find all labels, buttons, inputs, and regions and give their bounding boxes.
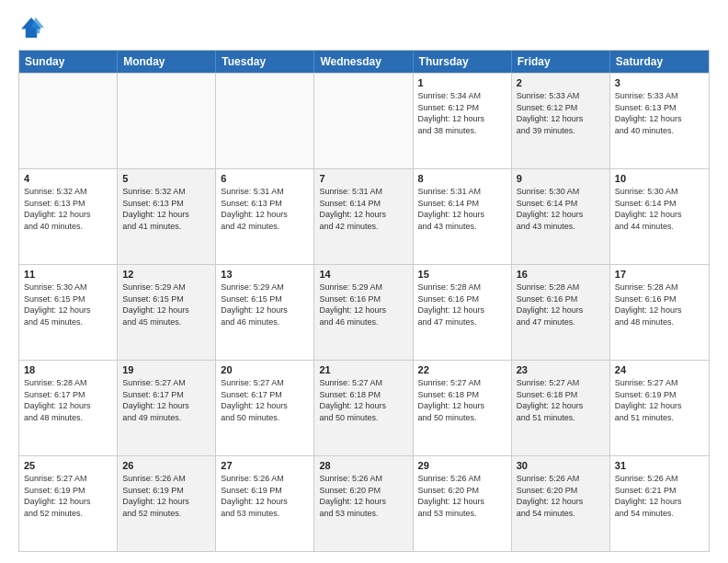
calendar-header-cell: Monday bbox=[118, 51, 216, 73]
day-number: 15 bbox=[418, 269, 506, 280]
day-number: 8 bbox=[418, 173, 506, 184]
day-number: 22 bbox=[418, 364, 506, 375]
day-info: Sunrise: 5:34 AM Sunset: 6:12 PM Dayligh… bbox=[418, 90, 506, 136]
day-info: Sunrise: 5:27 AM Sunset: 6:18 PM Dayligh… bbox=[517, 377, 605, 423]
day-number: 6 bbox=[221, 173, 309, 184]
calendar-header-cell: Saturday bbox=[610, 51, 709, 73]
calendar-cell: 15Sunrise: 5:28 AM Sunset: 6:16 PM Dayli… bbox=[414, 265, 512, 360]
day-number: 1 bbox=[418, 77, 506, 88]
day-info: Sunrise: 5:32 AM Sunset: 6:13 PM Dayligh… bbox=[24, 186, 112, 232]
day-number: 31 bbox=[615, 460, 704, 471]
calendar-cell: 27Sunrise: 5:26 AM Sunset: 6:19 PM Dayli… bbox=[216, 456, 314, 551]
day-number: 9 bbox=[517, 173, 605, 184]
calendar-cell: 5Sunrise: 5:32 AM Sunset: 6:13 PM Daylig… bbox=[118, 169, 216, 264]
day-number: 3 bbox=[615, 77, 704, 88]
calendar-week: 18Sunrise: 5:28 AM Sunset: 6:17 PM Dayli… bbox=[19, 360, 709, 455]
day-number: 27 bbox=[221, 460, 309, 471]
day-number: 10 bbox=[615, 173, 704, 184]
calendar-header-cell: Sunday bbox=[19, 51, 118, 73]
day-info: Sunrise: 5:31 AM Sunset: 6:14 PM Dayligh… bbox=[418, 186, 506, 232]
calendar-cell: 28Sunrise: 5:26 AM Sunset: 6:20 PM Dayli… bbox=[314, 456, 413, 551]
day-info: Sunrise: 5:29 AM Sunset: 6:16 PM Dayligh… bbox=[319, 282, 407, 327]
calendar-cell: 13Sunrise: 5:29 AM Sunset: 6:15 PM Dayli… bbox=[216, 265, 314, 360]
calendar-cell bbox=[314, 74, 413, 168]
day-info: Sunrise: 5:29 AM Sunset: 6:15 PM Dayligh… bbox=[221, 282, 309, 327]
day-info: Sunrise: 5:29 AM Sunset: 6:15 PM Dayligh… bbox=[122, 282, 210, 327]
day-info: Sunrise: 5:28 AM Sunset: 6:16 PM Dayligh… bbox=[517, 282, 605, 327]
day-number: 19 bbox=[122, 364, 210, 375]
calendar-cell: 19Sunrise: 5:27 AM Sunset: 6:17 PM Dayli… bbox=[118, 361, 216, 455]
calendar-cell: 14Sunrise: 5:29 AM Sunset: 6:16 PM Dayli… bbox=[314, 265, 413, 360]
calendar-cell: 6Sunrise: 5:31 AM Sunset: 6:13 PM Daylig… bbox=[216, 169, 314, 264]
day-info: Sunrise: 5:26 AM Sunset: 6:19 PM Dayligh… bbox=[221, 473, 309, 519]
day-number: 30 bbox=[517, 460, 605, 471]
calendar-cell bbox=[19, 74, 118, 168]
day-number: 20 bbox=[221, 364, 309, 375]
day-info: Sunrise: 5:27 AM Sunset: 6:18 PM Dayligh… bbox=[319, 377, 407, 423]
day-number: 23 bbox=[517, 364, 605, 375]
day-info: Sunrise: 5:27 AM Sunset: 6:18 PM Dayligh… bbox=[418, 377, 506, 423]
calendar-cell: 8Sunrise: 5:31 AM Sunset: 6:14 PM Daylig… bbox=[414, 169, 512, 264]
day-number: 14 bbox=[319, 269, 407, 280]
day-info: Sunrise: 5:27 AM Sunset: 6:17 PM Dayligh… bbox=[221, 377, 309, 423]
calendar-cell: 3Sunrise: 5:33 AM Sunset: 6:13 PM Daylig… bbox=[610, 74, 709, 168]
day-number: 17 bbox=[615, 269, 704, 280]
logo bbox=[18, 15, 48, 40]
day-info: Sunrise: 5:30 AM Sunset: 6:15 PM Dayligh… bbox=[24, 282, 112, 327]
calendar-header: SundayMondayTuesdayWednesdayThursdayFrid… bbox=[19, 51, 709, 73]
calendar-cell: 20Sunrise: 5:27 AM Sunset: 6:17 PM Dayli… bbox=[216, 361, 314, 455]
calendar-cell: 2Sunrise: 5:33 AM Sunset: 6:12 PM Daylig… bbox=[512, 74, 610, 168]
day-number: 13 bbox=[221, 269, 309, 280]
calendar-cell: 31Sunrise: 5:26 AM Sunset: 6:21 PM Dayli… bbox=[610, 456, 709, 551]
calendar-header-cell: Tuesday bbox=[216, 51, 314, 73]
calendar-cell: 17Sunrise: 5:28 AM Sunset: 6:16 PM Dayli… bbox=[610, 265, 709, 360]
day-info: Sunrise: 5:27 AM Sunset: 6:19 PM Dayligh… bbox=[24, 473, 112, 519]
day-info: Sunrise: 5:26 AM Sunset: 6:19 PM Dayligh… bbox=[122, 473, 210, 519]
day-number: 12 bbox=[122, 269, 210, 280]
calendar-header-cell: Wednesday bbox=[314, 51, 413, 73]
calendar-cell: 10Sunrise: 5:30 AM Sunset: 6:14 PM Dayli… bbox=[610, 169, 709, 264]
calendar-cell: 4Sunrise: 5:32 AM Sunset: 6:13 PM Daylig… bbox=[19, 169, 118, 264]
calendar-cell: 23Sunrise: 5:27 AM Sunset: 6:18 PM Dayli… bbox=[512, 361, 610, 455]
day-number: 24 bbox=[615, 364, 704, 375]
day-info: Sunrise: 5:30 AM Sunset: 6:14 PM Dayligh… bbox=[517, 186, 605, 232]
day-number: 4 bbox=[24, 173, 112, 184]
day-number: 26 bbox=[122, 460, 210, 471]
day-info: Sunrise: 5:28 AM Sunset: 6:16 PM Dayligh… bbox=[418, 282, 506, 327]
day-number: 21 bbox=[319, 364, 407, 375]
calendar-week: 11Sunrise: 5:30 AM Sunset: 6:15 PM Dayli… bbox=[19, 264, 709, 360]
day-info: Sunrise: 5:26 AM Sunset: 6:20 PM Dayligh… bbox=[517, 473, 605, 519]
calendar: SundayMondayTuesdayWednesdayThursdayFrid… bbox=[18, 50, 710, 552]
calendar-body: 1Sunrise: 5:34 AM Sunset: 6:12 PM Daylig… bbox=[19, 73, 709, 551]
logo-icon bbox=[18, 15, 44, 40]
calendar-cell: 18Sunrise: 5:28 AM Sunset: 6:17 PM Dayli… bbox=[19, 361, 118, 455]
calendar-cell: 7Sunrise: 5:31 AM Sunset: 6:14 PM Daylig… bbox=[314, 169, 413, 264]
day-info: Sunrise: 5:33 AM Sunset: 6:12 PM Dayligh… bbox=[517, 90, 605, 136]
day-number: 18 bbox=[24, 364, 112, 375]
calendar-cell: 26Sunrise: 5:26 AM Sunset: 6:19 PM Dayli… bbox=[118, 456, 216, 551]
calendar-cell: 22Sunrise: 5:27 AM Sunset: 6:18 PM Dayli… bbox=[414, 361, 512, 455]
header bbox=[18, 15, 710, 40]
day-info: Sunrise: 5:30 AM Sunset: 6:14 PM Dayligh… bbox=[615, 186, 704, 232]
calendar-header-cell: Thursday bbox=[414, 51, 512, 73]
calendar-cell bbox=[118, 74, 216, 168]
calendar-cell: 25Sunrise: 5:27 AM Sunset: 6:19 PM Dayli… bbox=[19, 456, 118, 551]
day-info: Sunrise: 5:31 AM Sunset: 6:14 PM Dayligh… bbox=[319, 186, 407, 232]
day-info: Sunrise: 5:33 AM Sunset: 6:13 PM Dayligh… bbox=[615, 90, 704, 136]
calendar-week: 1Sunrise: 5:34 AM Sunset: 6:12 PM Daylig… bbox=[19, 73, 709, 168]
day-info: Sunrise: 5:28 AM Sunset: 6:17 PM Dayligh… bbox=[24, 377, 112, 423]
calendar-cell: 12Sunrise: 5:29 AM Sunset: 6:15 PM Dayli… bbox=[118, 265, 216, 360]
calendar-header-cell: Friday bbox=[512, 51, 610, 73]
day-number: 5 bbox=[122, 173, 210, 184]
calendar-cell bbox=[216, 74, 314, 168]
day-number: 16 bbox=[517, 269, 605, 280]
calendar-cell: 21Sunrise: 5:27 AM Sunset: 6:18 PM Dayli… bbox=[314, 361, 413, 455]
day-info: Sunrise: 5:26 AM Sunset: 6:21 PM Dayligh… bbox=[615, 473, 704, 519]
calendar-week: 25Sunrise: 5:27 AM Sunset: 6:19 PM Dayli… bbox=[19, 455, 709, 551]
day-number: 29 bbox=[418, 460, 506, 471]
day-info: Sunrise: 5:26 AM Sunset: 6:20 PM Dayligh… bbox=[319, 473, 407, 519]
day-number: 28 bbox=[319, 460, 407, 471]
calendar-cell: 24Sunrise: 5:27 AM Sunset: 6:19 PM Dayli… bbox=[610, 361, 709, 455]
calendar-cell: 1Sunrise: 5:34 AM Sunset: 6:12 PM Daylig… bbox=[414, 74, 512, 168]
day-info: Sunrise: 5:26 AM Sunset: 6:20 PM Dayligh… bbox=[418, 473, 506, 519]
